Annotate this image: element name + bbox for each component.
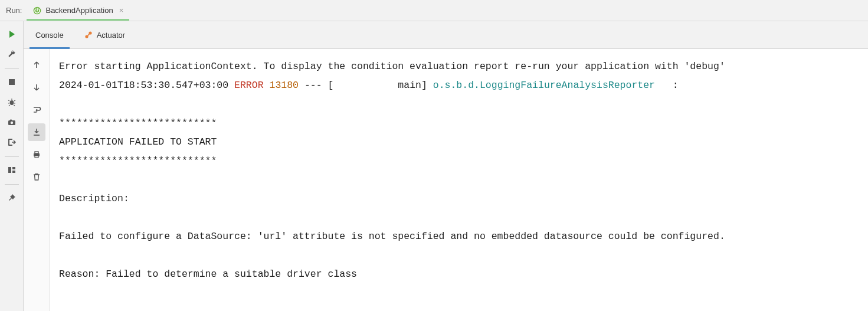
log-sep: --- [ main] — [299, 80, 433, 91]
run-label: Run: — [0, 6, 27, 15]
log-stars2: *************************** — [59, 155, 217, 166]
run-button[interactable] — [4, 26, 20, 42]
log-reason: Reason: Failed to determine a suitable d… — [59, 269, 357, 280]
log-timestamp: 2024-01-01T18:53:30.547+03:00 — [59, 80, 228, 91]
trash-icon[interactable] — [28, 168, 45, 186]
console-tabs: Console Actuator — [24, 21, 868, 49]
log-stars: *************************** — [59, 117, 217, 129]
svg-rect-12 — [35, 152, 38, 153]
svg-rect-8 — [12, 171, 15, 173]
console-output[interactable]: Error starting ApplicationContext. To di… — [50, 49, 868, 311]
scroll-to-end-icon[interactable] — [28, 123, 45, 141]
camera-icon[interactable] — [4, 114, 20, 130]
log-desc-header: Description: — [59, 193, 129, 204]
log-logger: o.s.b.d.LoggingFailureAnalysisReporter — [433, 80, 655, 91]
run-header: Run: BackendApplication × — [0, 0, 868, 21]
tab-actuator-label: Actuator — [97, 31, 125, 40]
scroll-down-icon[interactable] — [28, 78, 45, 96]
svg-point-2 — [9, 100, 14, 105]
log-pid: 13180 — [269, 80, 299, 91]
tab-console[interactable]: Console — [30, 21, 70, 48]
svg-rect-7 — [12, 167, 15, 169]
pin-icon[interactable] — [4, 189, 20, 206]
svg-rect-5 — [10, 120, 12, 121]
svg-rect-13 — [35, 156, 38, 158]
console-gutter — [24, 49, 50, 311]
run-config-tab[interactable]: BackendApplication × — [27, 0, 129, 21]
svg-rect-1 — [9, 79, 15, 85]
debug-icon[interactable] — [4, 94, 20, 110]
spring-boot-icon — [32, 6, 42, 15]
soft-wrap-icon[interactable] — [28, 101, 45, 119]
log-tail: : — [655, 80, 679, 91]
tab-actuator[interactable]: Actuator — [78, 21, 131, 48]
log-desc: Failed to configure a DataSource: 'url' … — [59, 231, 725, 242]
scroll-up-icon[interactable] — [28, 56, 45, 74]
svg-rect-6 — [8, 167, 11, 173]
close-icon[interactable]: × — [119, 6, 124, 15]
tab-console-label: Console — [35, 31, 64, 40]
svg-point-4 — [10, 122, 12, 124]
exit-icon[interactable] — [4, 134, 20, 150]
run-config-name: BackendApplication — [45, 6, 113, 15]
left-toolbar — [0, 21, 24, 311]
log-line: Error starting ApplicationContext. To di… — [59, 61, 725, 72]
actuator-icon — [84, 30, 93, 40]
log-fail: APPLICATION FAILED TO START — [59, 136, 217, 148]
layout-icon[interactable] — [4, 162, 20, 178]
print-icon[interactable] — [28, 146, 45, 163]
stop-button[interactable] — [4, 74, 20, 90]
wrench-icon[interactable] — [4, 46, 20, 63]
log-level: ERROR — [234, 80, 264, 91]
